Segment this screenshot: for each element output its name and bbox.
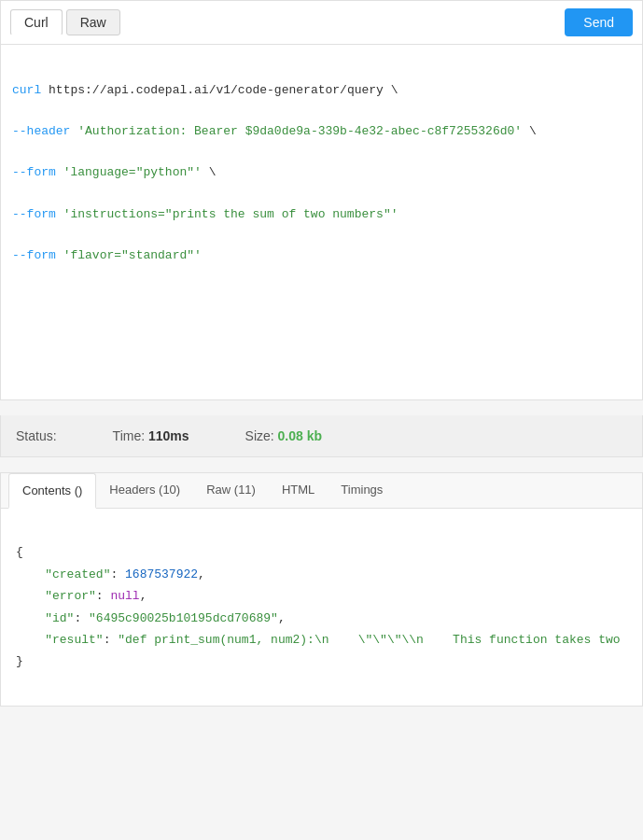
response-tab-bar: Contents () Headers (10) Raw (11) HTML T… [1,473,642,509]
code-form2-cmd: --form [12,207,56,221]
code-header-cmd: --header [12,124,70,138]
top-tab-bar: Curl Raw Send [1,1,642,45]
tab-html[interactable]: HTML [269,473,328,508]
json-close-brace: } [16,654,23,668]
curl-raw-tabs: Curl Raw [10,9,120,35]
tab-raw[interactable]: Raw [66,9,120,35]
send-button[interactable]: Send [565,8,633,36]
time-value: 110ms [148,428,189,443]
size-value: 0.08 kb [278,428,322,443]
status-bar: Status: Time: 110ms Size: 0.08 kb [0,415,643,457]
tab-contents[interactable]: Contents () [8,473,96,509]
json-error-key: "error" [45,589,96,603]
code-curl-url: https://api.codepal.ai/v1/code-generator… [49,83,384,97]
code-form3-val: 'flavor="standard"' [63,248,202,262]
json-id-key: "id" [45,611,74,625]
status-text: Status: [16,428,57,443]
json-result-key: "result" [45,633,103,647]
status-size: Size: 0.08 kb [245,428,323,443]
code-line-2: --header 'Authorization: Bearer $9da0de9… [12,121,631,142]
status-time: Time: 110ms [113,428,189,443]
tab-timings[interactable]: Timings [328,473,396,508]
response-panel: Contents () Headers (10) Raw (11) HTML T… [0,472,643,707]
json-id-val: "6495c90025b10195dcd70689" [89,611,278,625]
code-line-5: --form 'flavor="standard"' [12,245,631,266]
response-content-block: { "created": 1687537922, "error": null, … [1,509,642,706]
code-form3-cmd: --form [12,248,56,262]
json-result-val: "def print_sum(num1, num2):\n \"\"\"\\n … [118,633,620,647]
json-created-key: "created" [45,567,110,581]
code-header-val: 'Authorization: Bearer $9da0de9a-339b-4e… [77,124,522,138]
time-label: Time: [113,428,145,443]
code-form2-val: 'instructions="prints the sum of two num… [63,207,398,221]
status-label: Status: [16,428,57,443]
tab-curl[interactable]: Curl [10,9,63,35]
size-label: Size: [245,428,274,443]
curl-panel: Curl Raw Send curl https://api.codepal.a… [0,0,643,400]
code-line-4: --form 'instructions="prints the sum of … [12,204,631,225]
tab-raw[interactable]: Raw (11) [193,473,269,508]
code-line-3: --form 'language="python"' \ [12,162,631,183]
curl-code-block: curl https://api.codepal.ai/v1/code-gene… [1,45,642,399]
code-curl-cmd: curl [12,83,41,97]
json-open-brace: { [16,545,23,559]
code-form1-cmd: --form [12,165,56,179]
code-form1-val: 'language="python"' [63,165,202,179]
json-error-val: null [110,589,139,603]
code-line-1: curl https://api.codepal.ai/v1/code-gene… [12,80,631,101]
json-created-val: 1687537922 [125,567,198,581]
tab-headers[interactable]: Headers (10) [96,473,193,508]
